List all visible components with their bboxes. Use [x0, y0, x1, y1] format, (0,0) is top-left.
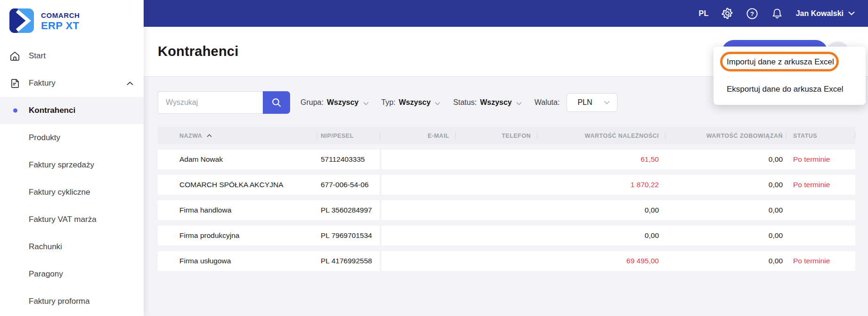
cell-name: Adam Nowak: [158, 150, 317, 169]
chevron-down-icon: [435, 102, 440, 105]
table-row[interactable]: Firma usługowa PL 4176992558 69 495,00 0…: [158, 251, 855, 271]
cell-status: Po terminie: [787, 175, 855, 195]
column-header-email[interactable]: E-MAIL: [380, 127, 456, 144]
column-header-zobowiazan[interactable]: WARTOŚĆ ZOBOWIĄZAŃ: [665, 127, 787, 144]
excel-actions-menu: Importuj dane z arkusza Excel Eksportuj …: [714, 47, 866, 105]
sidebar-item-faktury-proforma[interactable]: Faktury proforma: [0, 288, 144, 315]
filter-label: Typ:: [381, 98, 396, 107]
content-area: Grupa: Wszyscy Typ: Wszyscy Status: Wszy…: [144, 77, 868, 316]
sidebar-item-kontrahenci[interactable]: Kontrahenci: [0, 97, 144, 124]
table-row[interactable]: Firma handlowa PL 3560284997 0,00 0,00: [158, 200, 855, 220]
menu-item-export-excel[interactable]: Eksportuj dane do arkusza Excel: [714, 76, 866, 103]
chevron-down-icon: [516, 102, 522, 105]
cell-receivables: 69 495,00: [537, 251, 665, 271]
sidebar-item-faktury-vat-marza[interactable]: Faktury VAT marża: [0, 206, 144, 233]
filter-grupa[interactable]: Grupa: Wszyscy: [300, 98, 369, 107]
search-input[interactable]: [166, 98, 263, 107]
cell-liabilities: 0,00: [665, 200, 787, 220]
cell-liabilities: 0,00: [665, 251, 787, 271]
cell-receivables: 61,50: [537, 150, 665, 169]
invoice-icon: [8, 78, 21, 89]
sidebar-item-label: Faktury sprzedaży: [29, 160, 94, 170]
filter-status[interactable]: Status: Wszyscy: [453, 98, 521, 107]
column-header-status[interactable]: STATUS: [787, 127, 855, 144]
cell-phone: [456, 251, 537, 271]
sidebar-item-label: Start: [29, 51, 46, 61]
cell-name: Firma handlowa: [158, 200, 317, 220]
cell-liabilities: 0,00: [665, 175, 787, 195]
cell-nip: 57112403335: [317, 150, 380, 169]
brand-line1: COMARCH: [41, 11, 80, 19]
cell-name: COMARCH SPÓŁKA AKCYJNA: [158, 175, 317, 195]
sidebar-nav: Start Faktury Kontrahenci: [0, 36, 144, 315]
filter-value: Wszyscy: [399, 98, 431, 107]
cell-status: Po terminie: [787, 251, 855, 271]
settings-gear-icon[interactable]: [722, 8, 733, 19]
cell-receivables: 0,00: [537, 200, 665, 220]
column-header-nazwa[interactable]: NAZWA: [158, 127, 317, 144]
cell-nip: PL 7969701534: [317, 226, 380, 245]
contractors-table: NAZWA NIP/PESEL E-MAIL TELEFON WARTOŚĆ N…: [158, 127, 855, 276]
sidebar-item-rachunki[interactable]: Rachunki: [0, 233, 144, 261]
cell-email: [380, 150, 456, 169]
cell-email: [380, 251, 456, 271]
sidebar-item-faktury-sprzedazy[interactable]: Faktury sprzedaży: [0, 151, 144, 179]
cell-name: Firma produkcyjna: [158, 226, 317, 245]
sort-asc-icon: [207, 134, 212, 137]
sidebar-item-produkty[interactable]: Produkty: [0, 124, 144, 151]
filter-label: Grupa:: [300, 98, 324, 107]
language-switch[interactable]: PL: [699, 9, 709, 18]
sidebar-item-label: Faktury cykliczne: [29, 188, 90, 197]
sidebar-item-label: Faktury proforma: [29, 297, 89, 306]
user-menu[interactable]: Jan Kowalski: [796, 9, 855, 18]
cell-phone: [456, 150, 537, 169]
cell-phone: [456, 175, 537, 195]
sidebar-item-label: Faktury VAT marża: [29, 215, 97, 224]
sidebar-item-label: Rachunki: [29, 242, 62, 252]
sidebar-item-label: Faktury: [29, 79, 56, 88]
chevron-down-icon: [848, 11, 855, 16]
cell-liabilities: 0,00: [665, 226, 787, 245]
currency-select[interactable]: PLN: [567, 93, 617, 112]
user-name: Jan Kowalski: [796, 9, 844, 18]
menu-item-import-excel[interactable]: Importuj dane z arkusza Excel: [714, 48, 866, 76]
cell-receivables: 0,00: [537, 226, 665, 245]
cell-email: [380, 200, 456, 220]
cell-phone: [456, 226, 537, 245]
brand-logo[interactable]: COMARCH ERP XT: [0, 0, 144, 36]
search-button[interactable]: [263, 91, 290, 114]
notifications-bell-icon[interactable]: [771, 8, 783, 20]
cell-status: [787, 200, 855, 220]
filter-typ[interactable]: Typ: Wszyscy: [381, 98, 441, 107]
filter-value: Wszyscy: [480, 98, 512, 107]
sidebar-item-faktury-cykliczne[interactable]: Faktury cykliczne: [0, 179, 144, 206]
table-row[interactable]: COMARCH SPÓŁKA AKCYJNA 677-006-54-06 1 8…: [158, 175, 855, 195]
cell-email: [380, 175, 456, 195]
cell-receivables: 1 870,22: [537, 175, 665, 195]
column-header-telefon[interactable]: TELEFON: [456, 127, 537, 144]
sidebar-item-faktury[interactable]: Faktury: [0, 70, 144, 97]
chevron-down-icon: [604, 101, 610, 104]
currency-filter: Waluta: PLN: [535, 93, 618, 112]
chevron-up-icon: [127, 79, 133, 88]
column-header-naleznosci[interactable]: WARTOŚĆ NALEŻNOŚCI: [537, 127, 665, 144]
home-icon: [8, 50, 21, 62]
sidebar-item-label: Kontrahenci: [29, 106, 75, 115]
table-header: NAZWA NIP/PESEL E-MAIL TELEFON WARTOŚĆ N…: [158, 127, 855, 144]
filters: Grupa: Wszyscy Typ: Wszyscy Status: Wszy…: [300, 93, 617, 112]
cell-phone: [456, 200, 537, 220]
cell-status: Po terminie: [787, 150, 855, 169]
table-row[interactable]: Adam Nowak 57112403335 61,50 0,00 Po ter…: [158, 150, 855, 169]
cell-email: [380, 226, 456, 245]
table-row[interactable]: Firma produkcyjna PL 7969701534 0,00 0,0…: [158, 226, 855, 245]
sidebar-item-start[interactable]: Start: [0, 42, 144, 70]
column-header-nip[interactable]: NIP/PESEL: [317, 127, 380, 144]
cell-nip: 677-006-54-06: [317, 175, 380, 195]
sidebar-item-label: Paragony: [29, 269, 63, 279]
sidebar-item-paragony[interactable]: Paragony: [0, 261, 144, 288]
cell-liabilities: 0,00: [665, 150, 787, 169]
help-icon[interactable]: ?: [746, 8, 758, 20]
cell-name: Firma usługowa: [158, 251, 317, 271]
toolbar: Grupa: Wszyscy Typ: Wszyscy Status: Wszy…: [158, 91, 617, 114]
currency-label: Waluta:: [535, 98, 560, 107]
